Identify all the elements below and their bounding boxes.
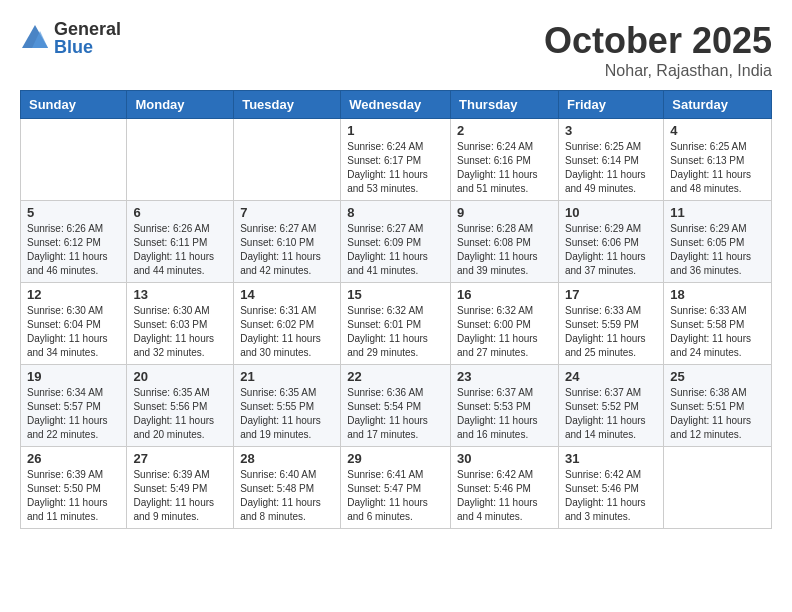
day-info: Sunrise: 6:27 AM Sunset: 6:09 PM Dayligh… [347,222,444,278]
calendar-cell: 22Sunrise: 6:36 AM Sunset: 5:54 PM Dayli… [341,365,451,447]
day-info: Sunrise: 6:25 AM Sunset: 6:13 PM Dayligh… [670,140,765,196]
calendar-cell: 19Sunrise: 6:34 AM Sunset: 5:57 PM Dayli… [21,365,127,447]
day-number: 1 [347,123,444,138]
calendar-cell [234,119,341,201]
location-subtitle: Nohar, Rajasthan, India [544,62,772,80]
calendar-cell: 4Sunrise: 6:25 AM Sunset: 6:13 PM Daylig… [664,119,772,201]
title-block: October 2025 Nohar, Rajasthan, India [544,20,772,80]
weekday-header: Wednesday [341,91,451,119]
logo-icon [20,23,50,53]
day-number: 12 [27,287,120,302]
calendar-cell: 5Sunrise: 6:26 AM Sunset: 6:12 PM Daylig… [21,201,127,283]
day-number: 30 [457,451,552,466]
calendar-week-row: 26Sunrise: 6:39 AM Sunset: 5:50 PM Dayli… [21,447,772,529]
calendar-table: SundayMondayTuesdayWednesdayThursdayFrid… [20,90,772,529]
day-info: Sunrise: 6:35 AM Sunset: 5:56 PM Dayligh… [133,386,227,442]
calendar-cell: 7Sunrise: 6:27 AM Sunset: 6:10 PM Daylig… [234,201,341,283]
day-number: 28 [240,451,334,466]
day-number: 16 [457,287,552,302]
day-info: Sunrise: 6:29 AM Sunset: 6:05 PM Dayligh… [670,222,765,278]
day-number: 4 [670,123,765,138]
day-number: 25 [670,369,765,384]
day-number: 15 [347,287,444,302]
calendar-cell: 3Sunrise: 6:25 AM Sunset: 6:14 PM Daylig… [558,119,663,201]
calendar-cell: 8Sunrise: 6:27 AM Sunset: 6:09 PM Daylig… [341,201,451,283]
month-title: October 2025 [544,20,772,62]
day-number: 29 [347,451,444,466]
day-number: 6 [133,205,227,220]
calendar-cell: 2Sunrise: 6:24 AM Sunset: 6:16 PM Daylig… [451,119,559,201]
day-info: Sunrise: 6:42 AM Sunset: 5:46 PM Dayligh… [565,468,657,524]
calendar-cell: 30Sunrise: 6:42 AM Sunset: 5:46 PM Dayli… [451,447,559,529]
calendar-cell: 15Sunrise: 6:32 AM Sunset: 6:01 PM Dayli… [341,283,451,365]
day-number: 2 [457,123,552,138]
day-number: 5 [27,205,120,220]
weekday-header: Monday [127,91,234,119]
calendar-week-row: 12Sunrise: 6:30 AM Sunset: 6:04 PM Dayli… [21,283,772,365]
day-number: 23 [457,369,552,384]
day-number: 10 [565,205,657,220]
calendar-cell: 11Sunrise: 6:29 AM Sunset: 6:05 PM Dayli… [664,201,772,283]
day-info: Sunrise: 6:32 AM Sunset: 6:01 PM Dayligh… [347,304,444,360]
day-number: 3 [565,123,657,138]
calendar-cell: 9Sunrise: 6:28 AM Sunset: 6:08 PM Daylig… [451,201,559,283]
day-number: 8 [347,205,444,220]
day-number: 17 [565,287,657,302]
calendar-cell [21,119,127,201]
calendar-cell: 28Sunrise: 6:40 AM Sunset: 5:48 PM Dayli… [234,447,341,529]
day-info: Sunrise: 6:31 AM Sunset: 6:02 PM Dayligh… [240,304,334,360]
day-info: Sunrise: 6:39 AM Sunset: 5:49 PM Dayligh… [133,468,227,524]
day-number: 7 [240,205,334,220]
weekday-header: Thursday [451,91,559,119]
calendar-cell: 1Sunrise: 6:24 AM Sunset: 6:17 PM Daylig… [341,119,451,201]
logo-general-text: General [54,20,121,38]
day-info: Sunrise: 6:30 AM Sunset: 6:03 PM Dayligh… [133,304,227,360]
calendar-cell: 23Sunrise: 6:37 AM Sunset: 5:53 PM Dayli… [451,365,559,447]
day-info: Sunrise: 6:32 AM Sunset: 6:00 PM Dayligh… [457,304,552,360]
calendar-cell: 14Sunrise: 6:31 AM Sunset: 6:02 PM Dayli… [234,283,341,365]
calendar-cell: 18Sunrise: 6:33 AM Sunset: 5:58 PM Dayli… [664,283,772,365]
calendar-week-row: 1Sunrise: 6:24 AM Sunset: 6:17 PM Daylig… [21,119,772,201]
calendar-cell: 6Sunrise: 6:26 AM Sunset: 6:11 PM Daylig… [127,201,234,283]
day-number: 20 [133,369,227,384]
calendar-cell: 25Sunrise: 6:38 AM Sunset: 5:51 PM Dayli… [664,365,772,447]
logo: General Blue [20,20,121,56]
calendar-cell: 10Sunrise: 6:29 AM Sunset: 6:06 PM Dayli… [558,201,663,283]
day-info: Sunrise: 6:25 AM Sunset: 6:14 PM Dayligh… [565,140,657,196]
day-number: 24 [565,369,657,384]
calendar-cell: 20Sunrise: 6:35 AM Sunset: 5:56 PM Dayli… [127,365,234,447]
calendar-cell [127,119,234,201]
day-info: Sunrise: 6:37 AM Sunset: 5:52 PM Dayligh… [565,386,657,442]
day-info: Sunrise: 6:42 AM Sunset: 5:46 PM Dayligh… [457,468,552,524]
calendar-cell: 26Sunrise: 6:39 AM Sunset: 5:50 PM Dayli… [21,447,127,529]
calendar-cell: 29Sunrise: 6:41 AM Sunset: 5:47 PM Dayli… [341,447,451,529]
day-info: Sunrise: 6:40 AM Sunset: 5:48 PM Dayligh… [240,468,334,524]
day-info: Sunrise: 6:30 AM Sunset: 6:04 PM Dayligh… [27,304,120,360]
day-number: 27 [133,451,227,466]
day-number: 13 [133,287,227,302]
weekday-header-row: SundayMondayTuesdayWednesdayThursdayFrid… [21,91,772,119]
calendar-cell: 21Sunrise: 6:35 AM Sunset: 5:55 PM Dayli… [234,365,341,447]
day-info: Sunrise: 6:39 AM Sunset: 5:50 PM Dayligh… [27,468,120,524]
calendar-cell: 24Sunrise: 6:37 AM Sunset: 5:52 PM Dayli… [558,365,663,447]
day-info: Sunrise: 6:35 AM Sunset: 5:55 PM Dayligh… [240,386,334,442]
day-info: Sunrise: 6:41 AM Sunset: 5:47 PM Dayligh… [347,468,444,524]
day-info: Sunrise: 6:29 AM Sunset: 6:06 PM Dayligh… [565,222,657,278]
day-number: 11 [670,205,765,220]
weekday-header: Sunday [21,91,127,119]
day-info: Sunrise: 6:24 AM Sunset: 6:17 PM Dayligh… [347,140,444,196]
calendar-cell [664,447,772,529]
day-info: Sunrise: 6:28 AM Sunset: 6:08 PM Dayligh… [457,222,552,278]
day-number: 18 [670,287,765,302]
calendar-cell: 31Sunrise: 6:42 AM Sunset: 5:46 PM Dayli… [558,447,663,529]
day-number: 26 [27,451,120,466]
day-number: 19 [27,369,120,384]
day-info: Sunrise: 6:33 AM Sunset: 5:59 PM Dayligh… [565,304,657,360]
day-number: 14 [240,287,334,302]
day-info: Sunrise: 6:36 AM Sunset: 5:54 PM Dayligh… [347,386,444,442]
day-info: Sunrise: 6:26 AM Sunset: 6:11 PM Dayligh… [133,222,227,278]
day-info: Sunrise: 6:33 AM Sunset: 5:58 PM Dayligh… [670,304,765,360]
calendar-cell: 17Sunrise: 6:33 AM Sunset: 5:59 PM Dayli… [558,283,663,365]
calendar-week-row: 19Sunrise: 6:34 AM Sunset: 5:57 PM Dayli… [21,365,772,447]
calendar-week-row: 5Sunrise: 6:26 AM Sunset: 6:12 PM Daylig… [21,201,772,283]
